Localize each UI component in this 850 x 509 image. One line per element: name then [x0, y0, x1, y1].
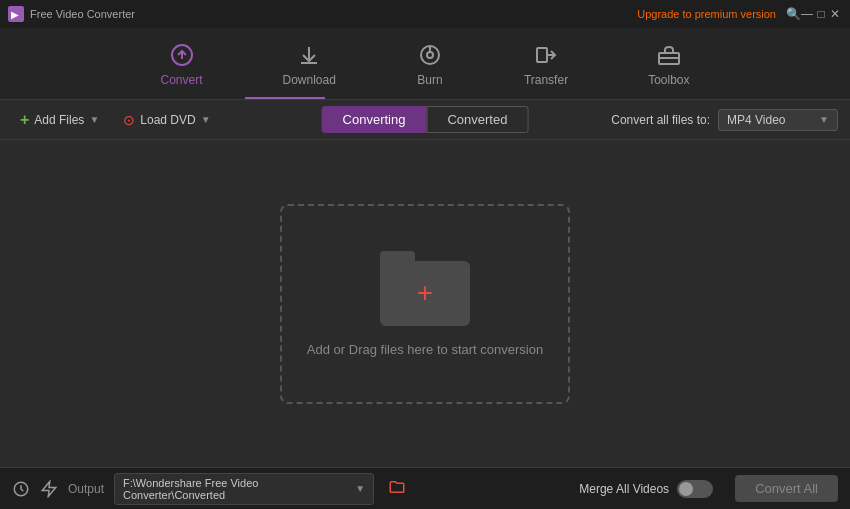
- format-dropdown[interactable]: MP4 Video ▼: [718, 109, 838, 131]
- add-files-label: Add Files: [34, 113, 84, 127]
- toolbox-icon: [655, 41, 683, 69]
- open-folder-button[interactable]: [388, 478, 406, 500]
- output-path-text: F:\Wondershare Free Video Converter\Conv…: [123, 477, 355, 501]
- toolbar-inner: + Add Files ▼ ⊙ Load DVD ▼ Converting Co…: [12, 107, 838, 133]
- search-button[interactable]: 🔍: [786, 7, 800, 21]
- dvd-icon: ⊙: [123, 112, 135, 128]
- nav-item-download[interactable]: Download: [273, 35, 346, 93]
- navbar: Convert Download Burn: [0, 28, 850, 100]
- svg-point-6: [427, 52, 433, 58]
- converted-tab[interactable]: Converted: [426, 106, 528, 133]
- plus-icon: +: [20, 111, 29, 129]
- folder-plus-icon: +: [417, 277, 433, 309]
- convert-icon: [168, 41, 196, 69]
- add-files-arrow: ▼: [89, 114, 99, 125]
- speed-button[interactable]: [40, 480, 58, 498]
- minimize-button[interactable]: —: [800, 7, 814, 21]
- history-button[interactable]: [12, 480, 30, 498]
- output-arrow: ▼: [355, 483, 365, 494]
- folder-icon: +: [380, 251, 470, 326]
- output-label: Output: [68, 482, 104, 496]
- load-dvd-label: Load DVD: [140, 113, 195, 127]
- merge-section: Merge All Videos: [579, 480, 713, 498]
- close-button[interactable]: ✕: [828, 7, 842, 21]
- merge-toggle[interactable]: [677, 480, 713, 498]
- nav-item-burn[interactable]: Burn: [406, 35, 454, 93]
- convert-all-section: Convert all files to: MP4 Video ▼: [611, 109, 838, 131]
- converting-tab[interactable]: Converting: [322, 106, 427, 133]
- main-content: + Add or Drag files here to start conver…: [0, 140, 850, 467]
- toolbar: + Add Files ▼ ⊙ Load DVD ▼ Converting Co…: [0, 100, 850, 140]
- nav-label-burn: Burn: [417, 73, 442, 87]
- nav-label-download: Download: [283, 73, 336, 87]
- tab-section: Converting Converted: [322, 106, 529, 133]
- nav-label-toolbox: Toolbox: [648, 73, 689, 87]
- app-title: Free Video Converter: [30, 8, 135, 20]
- load-dvd-button[interactable]: ⊙ Load DVD ▼: [115, 108, 218, 132]
- convert-all-button[interactable]: Convert All: [735, 475, 838, 502]
- format-value: MP4 Video: [727, 113, 785, 127]
- titlebar-right-section: Upgrade to premium version 🔍 — □ ✕: [637, 7, 842, 21]
- drop-text: Add or Drag files here to start conversi…: [307, 342, 543, 357]
- svg-text:▶: ▶: [11, 9, 19, 20]
- app-icon: ▶: [8, 6, 24, 22]
- svg-rect-8: [537, 48, 547, 62]
- drop-zone[interactable]: + Add or Drag files here to start conver…: [280, 204, 570, 404]
- convert-all-label: Convert all files to:: [611, 113, 710, 127]
- add-files-button[interactable]: + Add Files ▼: [12, 107, 107, 133]
- toggle-knob: [679, 482, 693, 496]
- download-icon: [295, 41, 323, 69]
- maximize-button[interactable]: □: [814, 7, 828, 21]
- nav-item-transfer[interactable]: Transfer: [514, 35, 578, 93]
- format-arrow: ▼: [819, 114, 829, 125]
- load-dvd-arrow: ▼: [201, 114, 211, 125]
- folder-body: +: [380, 261, 470, 326]
- nav-label-convert: Convert: [160, 73, 202, 87]
- upgrade-link[interactable]: Upgrade to premium version: [637, 8, 776, 20]
- nav-item-toolbox[interactable]: Toolbox: [638, 35, 699, 93]
- burn-icon: [416, 41, 444, 69]
- titlebar: ▶ Free Video Converter Upgrade to premiu…: [0, 0, 850, 28]
- nav-label-transfer: Transfer: [524, 73, 568, 87]
- transfer-icon: [532, 41, 560, 69]
- titlebar-left: ▶ Free Video Converter: [8, 6, 135, 22]
- output-path[interactable]: F:\Wondershare Free Video Converter\Conv…: [114, 473, 374, 505]
- merge-label: Merge All Videos: [579, 482, 669, 496]
- statusbar: Output F:\Wondershare Free Video Convert…: [0, 467, 850, 509]
- nav-item-convert[interactable]: Convert: [150, 35, 212, 93]
